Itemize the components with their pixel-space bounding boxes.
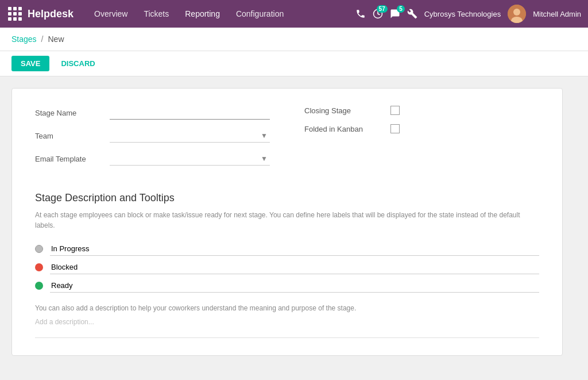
email-template-row: Email Template ▼ — [35, 152, 270, 166]
message-icon[interactable]: 5 — [390, 9, 400, 19]
breadcrumb-current: New — [48, 34, 64, 44]
form-right: Closing Stage Folded in Kanban — [304, 106, 539, 175]
breadcrumb-parent[interactable]: Stages — [11, 34, 37, 44]
closing-stage-label: Closing Stage — [304, 106, 390, 115]
team-label: Team — [35, 132, 110, 140]
section-description: At each stage employees can block or mak… — [35, 210, 539, 231]
status-row-red — [35, 260, 539, 274]
folded-kanban-label: Folded in Kanban — [304, 125, 390, 133]
folded-kanban-checkbox[interactable] — [390, 124, 400, 133]
stage-name-row: Stage Name — [35, 106, 270, 120]
nav-menu: Overview Tickets Reporting Configuration — [87, 6, 355, 22]
status-rows — [35, 242, 539, 293]
main-content: Stage Name Team ▼ Email Template — [0, 76, 588, 378]
email-template-select-wrapper: ▼ — [110, 152, 270, 166]
tools-icon[interactable] — [407, 9, 417, 19]
form-card: Stage Name Team ▼ Email Template — [11, 88, 563, 356]
phone-icon[interactable] — [355, 9, 366, 19]
discard-button[interactable]: DISCARD — [54, 56, 102, 71]
team-row: Team ▼ — [35, 129, 270, 143]
navbar-right: 57 5 Cybrosys Technologies Mitchell Admi… — [355, 5, 581, 23]
nav-configuration[interactable]: Configuration — [229, 6, 291, 22]
clock-badge: 57 — [377, 5, 388, 13]
closing-stage-row: Closing Stage — [304, 106, 539, 115]
email-template-select[interactable] — [110, 152, 270, 166]
breadcrumb-separator: / — [41, 34, 44, 44]
app-brand: Helpdesk — [28, 8, 74, 20]
user-name: Mitchell Admin — [533, 10, 581, 18]
form-divider — [35, 337, 539, 338]
stage-name-input[interactable] — [110, 106, 270, 120]
closing-stage-checkbox[interactable] — [390, 106, 400, 115]
user-avatar[interactable] — [508, 5, 526, 23]
status-input-blocked[interactable] — [50, 260, 539, 274]
description-section: Stage Description and Tooltips At each s… — [35, 192, 539, 326]
status-input-in-progress[interactable] — [50, 242, 539, 256]
company-name: Cybrosys Technologies — [424, 10, 501, 18]
svg-point-2 — [513, 9, 520, 16]
status-row-green — [35, 279, 539, 293]
section-title: Stage Description and Tooltips — [35, 192, 539, 204]
form-section-top: Stage Name Team ▼ Email Template — [35, 106, 539, 175]
status-input-ready[interactable] — [50, 279, 539, 293]
team-select-wrapper: ▼ — [110, 129, 270, 143]
save-button[interactable]: SAVE — [11, 56, 49, 71]
add-description-placeholder[interactable]: Add a description... — [35, 318, 539, 326]
stage-name-label: Stage Name — [35, 109, 110, 117]
purpose-hint: You can also add a description to help y… — [35, 304, 539, 312]
email-template-label: Email Template — [35, 155, 110, 163]
folded-kanban-row: Folded in Kanban — [304, 124, 539, 133]
team-select[interactable] — [110, 129, 270, 143]
grid-menu-icon[interactable] — [7, 6, 23, 22]
status-dot-green — [35, 282, 43, 290]
action-bar: SAVE DISCARD — [0, 51, 588, 76]
nav-tickets[interactable]: Tickets — [137, 6, 176, 22]
message-badge: 5 — [397, 5, 405, 13]
breadcrumb: Stages / New — [0, 28, 588, 51]
status-row-grey — [35, 242, 539, 256]
nav-reporting[interactable]: Reporting — [178, 6, 227, 22]
status-dot-grey — [35, 245, 43, 253]
clock-icon[interactable]: 57 — [373, 9, 383, 19]
navbar: Helpdesk Overview Tickets Reporting Conf… — [0, 0, 588, 28]
nav-overview[interactable]: Overview — [87, 6, 134, 22]
form-left: Stage Name Team ▼ Email Template — [35, 106, 270, 175]
status-dot-red — [35, 263, 43, 271]
